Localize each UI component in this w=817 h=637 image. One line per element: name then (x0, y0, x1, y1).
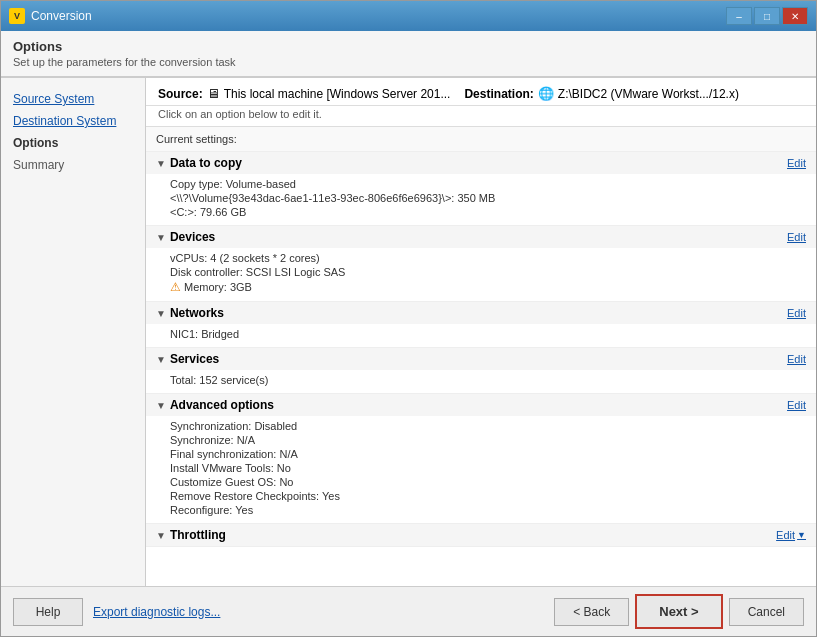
list-item: Total: 152 service(s) (170, 373, 796, 387)
section-body-services: Total: 152 service(s) (146, 370, 816, 393)
sidebar: Source System Destination System Options… (1, 78, 146, 586)
sidebar-item-options: Options (1, 132, 145, 154)
list-item: <\\?\Volume{93e43dac-6ae1-11e3-93ec-806e… (170, 191, 796, 205)
list-item: Disk controller: SCSI LSI Logic SAS (170, 265, 796, 279)
current-settings-label: Current settings: (146, 127, 816, 152)
section-title-advanced-options: ▼ Advanced options (156, 398, 274, 412)
edit-link-devices[interactable]: Edit (787, 231, 806, 243)
sidebar-item-summary: Summary (1, 154, 145, 176)
footer-left: Help Export diagnostic logs... (13, 598, 220, 626)
help-button[interactable]: Help (13, 598, 83, 626)
section-header-services: ▼ Services Edit (146, 348, 816, 370)
edit-link-throttling[interactable]: Edit ▼ (776, 529, 806, 541)
page-subtitle: Set up the parameters for the conversion… (13, 56, 804, 68)
edit-link-data-to-copy[interactable]: Edit (787, 157, 806, 169)
collapse-icon-advanced-options[interactable]: ▼ (156, 400, 166, 411)
toolbar-area: Options Set up the parameters for the co… (1, 31, 816, 77)
section-header-advanced-options: ▼ Advanced options Edit (146, 394, 816, 416)
section-header-throttling: ▼ Throttling Edit ▼ (146, 524, 816, 546)
list-item: Synchronize: N/A (170, 433, 796, 447)
section-header-data-to-copy: ▼ Data to copy Edit (146, 152, 816, 174)
section-label-throttling: Throttling (170, 528, 226, 542)
section-devices: ▼ Devices Edit vCPUs: 4 (2 sockets * 2 c… (146, 226, 816, 302)
list-item: Synchronization: Disabled (170, 419, 796, 433)
restore-button[interactable]: □ (754, 7, 780, 25)
section-label-networks: Networks (170, 306, 224, 320)
source-icon: 🖥 (207, 86, 220, 101)
section-title-services: ▼ Services (156, 352, 219, 366)
section-throttling: ▼ Throttling Edit ▼ (146, 524, 816, 547)
collapse-icon-data-to-copy[interactable]: ▼ (156, 158, 166, 169)
section-body-devices: vCPUs: 4 (2 sockets * 2 cores) Disk cont… (146, 248, 816, 301)
sidebar-item-destination-system[interactable]: Destination System (1, 110, 145, 132)
source-dest-bar: Source: 🖥 This local machine [Windows Se… (146, 78, 816, 106)
list-item: <C:>: 79.66 GB (170, 205, 796, 219)
window-title: Conversion (31, 9, 92, 23)
section-label-devices: Devices (170, 230, 215, 244)
click-hint: Click on an option below to edit it. (146, 106, 816, 127)
list-item: NIC1: Bridged (170, 327, 796, 341)
section-label-data-to-copy: Data to copy (170, 156, 242, 170)
edit-link-advanced-options[interactable]: Edit (787, 399, 806, 411)
next-button[interactable]: Next > (635, 594, 722, 629)
footer-right: < Back Next > Cancel (554, 594, 804, 629)
section-body-advanced-options: Synchronization: Disabled Synchronize: N… (146, 416, 816, 523)
footer: Help Export diagnostic logs... < Back Ne… (1, 586, 816, 636)
dest-label: Destination: (464, 87, 533, 101)
warning-icon: ⚠ (170, 280, 181, 294)
list-item: Customize Guest OS: No (170, 475, 796, 489)
collapse-icon-throttling[interactable]: ▼ (156, 530, 166, 541)
collapse-icon-networks[interactable]: ▼ (156, 308, 166, 319)
section-data-to-copy: ▼ Data to copy Edit Copy type: Volume-ba… (146, 152, 816, 226)
app-icon: V (9, 8, 25, 24)
section-title-devices: ▼ Devices (156, 230, 215, 244)
section-title-data-to-copy: ▼ Data to copy (156, 156, 242, 170)
main-window: V Conversion – □ ✕ Options Set up the pa… (0, 0, 817, 637)
main-area: Source System Destination System Options… (1, 77, 816, 586)
section-header-devices: ▼ Devices Edit (146, 226, 816, 248)
list-item: Remove Restore Checkpoints: Yes (170, 489, 796, 503)
edit-link-networks[interactable]: Edit (787, 307, 806, 319)
export-logs-button[interactable]: Export diagnostic logs... (93, 605, 220, 619)
cancel-button[interactable]: Cancel (729, 598, 804, 626)
section-title-networks: ▼ Networks (156, 306, 224, 320)
dest-value: Z:\BIDC2 (VMware Workst.../12.x) (558, 87, 739, 101)
section-networks: ▼ Networks Edit NIC1: Bridged (146, 302, 816, 348)
title-bar: V Conversion – □ ✕ (1, 1, 816, 31)
title-bar-left: V Conversion (9, 8, 92, 24)
page-title: Options (13, 39, 804, 54)
section-advanced-options: ▼ Advanced options Edit Synchronization:… (146, 394, 816, 524)
list-item: Copy type: Volume-based (170, 177, 796, 191)
list-item: Final synchronization: N/A (170, 447, 796, 461)
list-item: Install VMware Tools: No (170, 461, 796, 475)
dest-icon: 🌐 (538, 86, 554, 101)
section-body-networks: NIC1: Bridged (146, 324, 816, 347)
section-services: ▼ Services Edit Total: 152 service(s) (146, 348, 816, 394)
close-button[interactable]: ✕ (782, 7, 808, 25)
section-title-throttling: ▼ Throttling (156, 528, 226, 542)
minimize-button[interactable]: – (726, 7, 752, 25)
title-bar-controls: – □ ✕ (726, 7, 808, 25)
list-item: vCPUs: 4 (2 sockets * 2 cores) (170, 251, 796, 265)
sidebar-item-source-system[interactable]: Source System (1, 88, 145, 110)
section-header-networks: ▼ Networks Edit (146, 302, 816, 324)
section-label-services: Services (170, 352, 219, 366)
source-label: Source: (158, 87, 203, 101)
collapse-icon-services[interactable]: ▼ (156, 354, 166, 365)
section-label-advanced-options: Advanced options (170, 398, 274, 412)
section-body-data-to-copy: Copy type: Volume-based <\\?\Volume{93e4… (146, 174, 816, 225)
back-button[interactable]: < Back (554, 598, 629, 626)
edit-link-services[interactable]: Edit (787, 353, 806, 365)
settings-area[interactable]: Current settings: ▼ Data to copy Edit Co… (146, 127, 816, 586)
content-area: Source: 🖥 This local machine [Windows Se… (146, 78, 816, 586)
list-item: Reconfigure: Yes (170, 503, 796, 517)
collapse-icon-devices[interactable]: ▼ (156, 232, 166, 243)
source-value: This local machine [Windows Server 201..… (224, 87, 451, 101)
list-item: ⚠ Memory: 3GB (170, 279, 796, 295)
